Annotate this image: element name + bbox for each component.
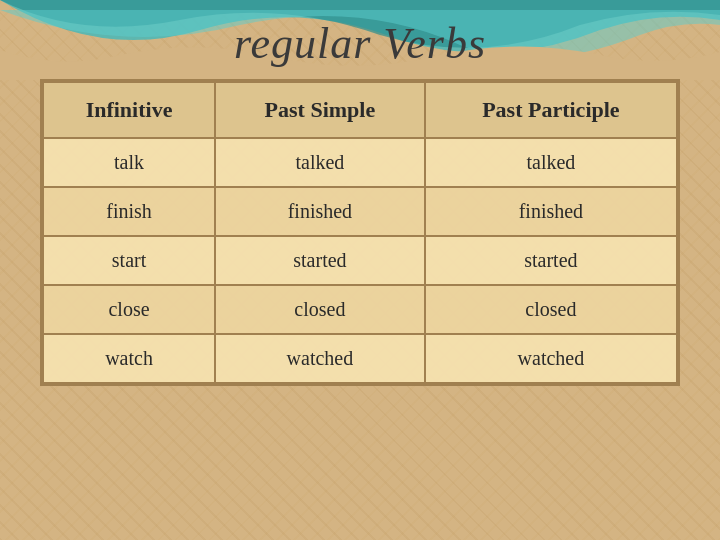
table-row: finishfinishedfinished [43,187,677,236]
cell-past-participle: closed [425,285,677,334]
cell-infinitive: finish [43,187,215,236]
table-row: watchwatchedwatched [43,334,677,383]
table-header-row: Infinitive Past Simple Past Participle [43,82,677,138]
cell-infinitive: close [43,285,215,334]
cell-past-participle: talked [425,138,677,187]
verbs-table: Infinitive Past Simple Past Participle t… [42,81,678,384]
cell-infinitive: talk [43,138,215,187]
cell-past-participle: started [425,236,677,285]
page-title: regular Verbs [0,0,720,79]
col-header-past-simple: Past Simple [215,82,425,138]
verbs-table-container: Infinitive Past Simple Past Participle t… [40,79,680,386]
col-header-infinitive: Infinitive [43,82,215,138]
cell-past-simple: finished [215,187,425,236]
table-row: startstartedstarted [43,236,677,285]
cell-past-participle: finished [425,187,677,236]
cell-infinitive: start [43,236,215,285]
cell-past-participle: watched [425,334,677,383]
table-row: closeclosedclosed [43,285,677,334]
table-row: talktalkedtalked [43,138,677,187]
cell-past-simple: closed [215,285,425,334]
cell-infinitive: watch [43,334,215,383]
cell-past-simple: watched [215,334,425,383]
col-header-past-participle: Past Participle [425,82,677,138]
cell-past-simple: talked [215,138,425,187]
cell-past-simple: started [215,236,425,285]
